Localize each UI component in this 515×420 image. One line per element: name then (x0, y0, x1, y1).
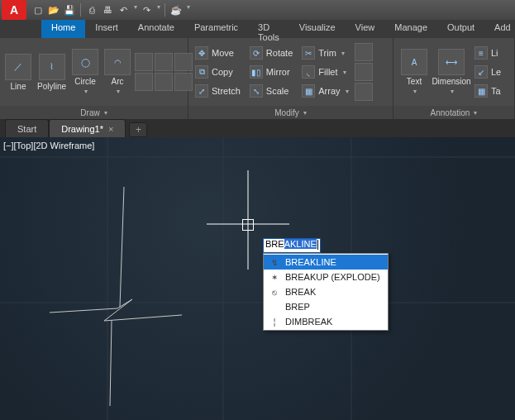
dimension-icon: ⟷ (438, 49, 465, 75)
stretch-icon: ⤢ (195, 84, 208, 98)
text-button[interactable]: A Text ▾ (397, 47, 432, 97)
rotate-button[interactable]: ⟳Rotate (246, 44, 296, 62)
panel-title-label: Draw (80, 108, 99, 117)
tab-add[interactable]: Add (484, 20, 515, 38)
chevron-down-icon[interactable]: ▾ (187, 3, 190, 17)
chevron-down-icon[interactable]: ▾ (157, 3, 160, 17)
chevron-down-icon: ▾ (303, 109, 307, 117)
qat-separator (165, 3, 165, 17)
autocomplete-item[interactable]: ¦ DIMBREAK (264, 314, 388, 329)
command-input-wrap: BREAKLINE (263, 238, 321, 253)
circle-icon: ◯ (72, 49, 98, 75)
array-icon: ▦ (302, 84, 315, 98)
move-icon: ✥ (195, 46, 208, 60)
viewport-label[interactable]: [−][Top][2D Wireframe] (3, 141, 94, 150)
tab-visualize[interactable]: Visualize (289, 20, 346, 38)
file-tab-start[interactable]: Start (5, 119, 49, 137)
stretch-label: Stretch (212, 86, 241, 96)
circle-button[interactable]: ◯ Circle ▾ (70, 47, 100, 97)
leader-icon: ↙ (474, 65, 488, 79)
chevron-down-icon: ▾ (413, 88, 417, 95)
modify-extra-palette (355, 43, 373, 101)
close-icon[interactable]: × (108, 124, 113, 134)
table-button[interactable]: ▦Ta (471, 82, 504, 100)
trim-icon: ✂ (302, 46, 315, 60)
array-button[interactable]: ▦Array▾ (298, 82, 351, 100)
tab-output[interactable]: Output (437, 20, 484, 38)
panel-title-draw[interactable]: Draw ▾ (0, 106, 188, 119)
polyline-button[interactable]: ⌇ Polyline (36, 52, 68, 93)
chevron-down-icon: ▾ (117, 88, 120, 95)
breakline-icon: ↯ (269, 256, 280, 268)
trim-button[interactable]: ✂Trim▾ (298, 44, 351, 62)
arc-label: Arc (112, 77, 124, 86)
qat-teapot-icon[interactable]: ☕ (169, 3, 183, 17)
explode-icon[interactable] (355, 43, 373, 61)
svg-line-6 (110, 321, 112, 406)
rect-icon[interactable] (135, 53, 153, 71)
dimension-button[interactable]: ⟷ Dimension ▾ (434, 47, 469, 97)
command-completion: AKLINE (284, 239, 317, 249)
move-button[interactable]: ✥Move (192, 44, 244, 62)
command-autocomplete: ↯ BREAKLINE ✶ BREAKUP (EXPLODE) ⎋ BREAK … (263, 253, 389, 331)
leader-label: Le (491, 67, 501, 77)
qat-redo-icon[interactable]: ↷ (140, 3, 153, 17)
qat-save-icon[interactable]: 💾 (63, 3, 76, 17)
command-input[interactable]: BREAKLINE (263, 238, 321, 253)
tab-3dtools[interactable]: 3D Tools (248, 20, 289, 38)
drawing-canvas[interactable]: [−][Top][2D Wireframe] BREAKLINE (0, 137, 515, 420)
text-icon: A (401, 49, 427, 75)
crosshair-pickbox (242, 219, 254, 231)
tab-view[interactable]: View (346, 20, 385, 38)
stretch-button[interactable]: ⤢Stretch (192, 82, 244, 100)
tab-annotate[interactable]: Annotate (128, 20, 184, 38)
spline-icon[interactable] (155, 53, 173, 71)
panel-title-annotation[interactable]: Annotation ▾ (393, 106, 514, 119)
autocomplete-item[interactable]: ↯ BREAKLINE (264, 255, 388, 270)
polyline-label: Polyline (37, 82, 66, 91)
add-tab-button[interactable]: + (129, 122, 147, 137)
explode-icon: ✶ (269, 271, 280, 283)
mirror-label: Mirror (266, 67, 290, 77)
panel-title-modify[interactable]: Modify ▾ (188, 106, 393, 119)
autocomplete-item[interactable]: BREP (264, 299, 388, 314)
erase-icon[interactable] (355, 63, 373, 81)
qat-saveas-icon[interactable]: ⎙ (85, 3, 98, 17)
qat-undo-icon[interactable]: ↶ (117, 3, 130, 17)
draw-extra-palette (135, 53, 193, 91)
tab-parametric[interactable]: Parametric (184, 20, 248, 38)
qat-new-icon[interactable]: ▢ (31, 3, 45, 17)
qat-open-icon[interactable]: 📂 (47, 3, 60, 17)
scale-button[interactable]: ⤡Scale (246, 82, 296, 100)
drawing-content (0, 137, 515, 420)
panel-title-label: Annotation (431, 108, 470, 117)
chevron-down-icon: ▾ (474, 109, 477, 117)
mirror-button[interactable]: ▮▯Mirror (246, 63, 296, 81)
arc-button[interactable]: ◠ Arc ▾ (103, 47, 132, 97)
chevron-down-icon[interactable]: ▾ (134, 3, 137, 17)
tab-insert[interactable]: Insert (85, 20, 128, 38)
leader-button[interactable]: ↙Le (471, 63, 504, 81)
app-icon[interactable]: A (2, 0, 26, 20)
linetype-button[interactable]: ≡Li (471, 44, 504, 62)
line-button[interactable]: ／ Line (3, 52, 33, 93)
qat-plot-icon[interactable]: 🖶 (101, 3, 114, 17)
autocomplete-label: BREAKLINE (285, 257, 336, 267)
hatch-icon[interactable] (135, 73, 153, 91)
tab-manage[interactable]: Manage (384, 20, 437, 38)
text-label: Text (407, 77, 422, 86)
fillet-button[interactable]: ◟Fillet▾ (298, 63, 351, 81)
ribbon: ／ Line ⌇ Polyline ◯ Circle ▾ ◠ Arc ▾ (0, 38, 515, 119)
tab-home[interactable]: Home (41, 20, 85, 38)
point-icon[interactable] (155, 73, 173, 91)
dimension-label: Dimension (432, 77, 470, 86)
qat-separator (80, 3, 81, 17)
autocomplete-item[interactable]: ✶ BREAKUP (EXPLODE) (264, 270, 388, 284)
autocomplete-item[interactable]: ⎋ BREAK (264, 284, 388, 299)
file-tab-drawing1[interactable]: Drawing1* × (49, 119, 126, 137)
rotate-icon: ⟳ (250, 46, 263, 60)
copy-button[interactable]: ⧉Copy (192, 63, 244, 81)
file-tab-label: Drawing1* (61, 124, 103, 134)
offset-icon[interactable] (355, 83, 373, 101)
dimbreak-icon: ¦ (269, 316, 280, 327)
